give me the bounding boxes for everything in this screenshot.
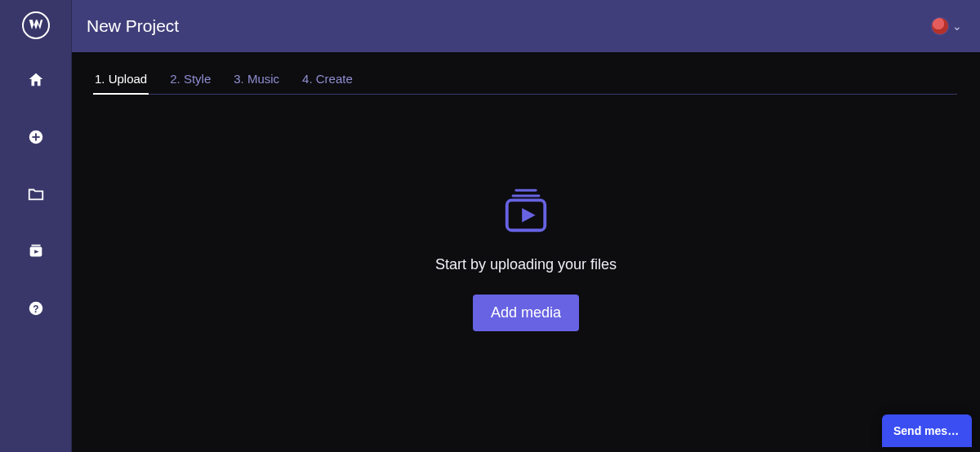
main-column: New Project ⌄ 1. Upload 2. Style 3. Musi… <box>72 0 980 452</box>
chat-widget[interactable]: Send messa… <box>882 414 972 447</box>
add-icon[interactable] <box>20 121 52 153</box>
step-tabs: 1. Upload 2. Style 3. Music 4. Create <box>95 67 957 95</box>
content-area: 1. Upload 2. Style 3. Music 4. Create St… <box>72 52 980 452</box>
add-media-button[interactable]: Add media <box>473 295 579 331</box>
media-box-play-icon <box>501 184 551 235</box>
upload-hero-text: Start by uploading your files <box>435 256 617 273</box>
svg-text:?: ? <box>33 304 38 315</box>
app-root: ? New Project ⌄ 1. Upload 2. Style 3. Mu… <box>0 0 980 452</box>
tab-upload[interactable]: 1. Upload <box>95 72 147 94</box>
library-icon[interactable] <box>20 235 52 268</box>
tab-create[interactable]: 4. Create <box>302 72 353 94</box>
svg-rect-5 <box>31 245 40 246</box>
page-title: New Project <box>87 16 179 36</box>
logo-icon <box>28 17 44 33</box>
svg-marker-11 <box>522 208 535 222</box>
svg-rect-8 <box>514 189 537 192</box>
help-icon[interactable]: ? <box>20 292 52 325</box>
upload-hero: Start by uploading your files Add media <box>95 95 957 452</box>
sidebar: ? <box>0 0 72 452</box>
chevron-down-icon[interactable]: ⌄ <box>952 20 962 33</box>
avatar[interactable] <box>931 17 949 35</box>
home-icon[interactable] <box>20 64 52 96</box>
svg-rect-9 <box>512 195 541 197</box>
svg-rect-2 <box>32 136 39 138</box>
header: New Project ⌄ <box>72 0 980 52</box>
app-logo[interactable] <box>22 11 50 39</box>
folder-icon[interactable] <box>20 178 52 210</box>
tab-music[interactable]: 3. Music <box>234 72 279 94</box>
tab-style[interactable]: 2. Style <box>170 72 211 94</box>
